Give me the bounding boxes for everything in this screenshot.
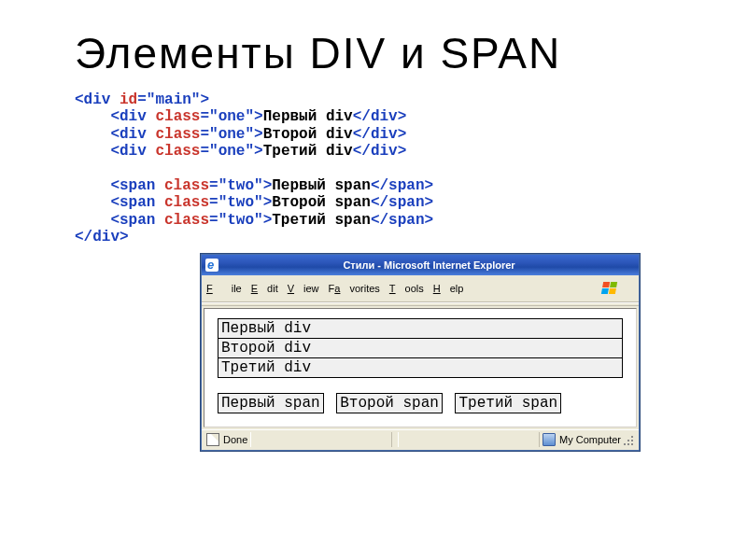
code-attr: class [164,212,209,229]
code-text: Первый span [272,177,371,194]
code-tag: <div [110,108,155,125]
code-tag: <div [110,126,155,143]
menu-view[interactable]: View [288,283,319,294]
code-attr: class [164,177,209,194]
demo-div: Первый div [218,318,623,339]
code-tag: </div> [353,108,407,125]
code-tag: > [254,126,263,143]
code-val: "one" [209,126,254,143]
ie-icon [205,259,218,272]
code-tag: </div> [75,229,129,245]
code-tag: <div [75,91,120,108]
document-icon [206,433,219,446]
code-tag: </div> [353,126,407,143]
code-tag: > [263,194,273,211]
status-done: Done [223,434,247,445]
menu-file[interactable]: File [206,283,242,294]
code-text: Второй span [272,194,371,211]
code-tag: <span [110,194,164,211]
demo-span: Первый span [218,393,324,413]
menu-tools[interactable]: Tools [389,283,424,294]
menu-help[interactable]: Help [433,283,464,294]
code-tag: <span [110,212,164,229]
code-tag: > [263,177,273,194]
browser-content: Первый div Второй div Третий div Первый … [204,308,637,427]
code-attr: class [155,108,200,125]
code-tag: </span> [371,212,433,229]
window-title: Стили - Microsoft Internet Explorer [223,259,635,271]
code-tag: </span> [371,177,433,194]
demo-span: Второй span [336,393,443,413]
statusbar: Done My Computer [202,429,639,450]
code-attr: class [155,126,200,143]
demo-div: Второй div [218,339,623,358]
code-tag: <span [110,177,164,194]
code-tag: > [254,108,263,125]
code-text: Третий div [263,143,353,160]
menu-edit[interactable]: Edit [251,283,278,294]
computer-icon [543,433,556,446]
menubar: File Edit View Favorites Tools Help [202,275,639,302]
demo-div: Третий div [218,358,623,378]
resize-grip-icon[interactable] [621,433,634,446]
demo-span: Третий span [455,393,561,413]
menu-favorites[interactable]: Favorites [329,283,380,294]
code-text: Первый div [263,108,353,125]
code-val: "two" [218,177,263,194]
code-val: "main" [147,91,201,108]
code-attr: id [120,91,137,108]
titlebar[interactable]: Стили - Microsoft Internet Explorer [202,255,639,275]
slide-title: Элементы DIV и SPAN [75,28,691,78]
code-val: "one" [209,143,254,160]
status-zone: My Computer [559,434,621,445]
code-tag: > [200,91,209,108]
code-text: Второй div [263,126,353,143]
code-block: <div id="main"> <div class="one">Первый … [75,91,691,246]
code-tag: > [254,143,263,160]
code-val: "two" [218,212,263,229]
code-tag: </div> [353,143,407,160]
code-tag: > [263,212,273,229]
code-val: "two" [218,194,263,211]
windows-logo-icon [602,277,625,300]
browser-window: Стили - Microsoft Internet Explorer File… [201,254,640,451]
code-text: Третий span [272,212,371,229]
code-tag: </span> [371,194,433,211]
code-tag: <div [110,143,155,160]
code-val: "one" [209,108,254,125]
code-attr: class [164,194,209,211]
code-attr: class [155,143,200,160]
